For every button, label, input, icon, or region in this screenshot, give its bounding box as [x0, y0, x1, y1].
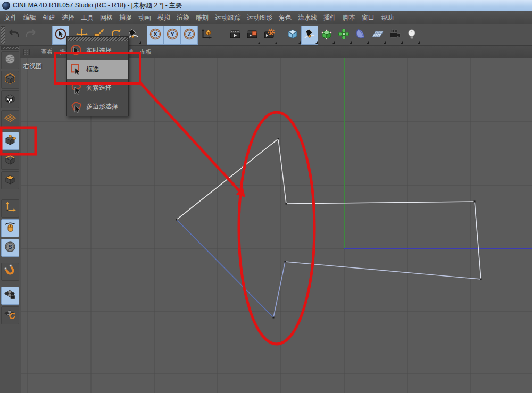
- render-region-button[interactable]: [244, 26, 261, 45]
- redo-icon: [24, 28, 37, 43]
- camera-icon: [388, 28, 401, 43]
- redo-button[interactable]: [22, 26, 38, 45]
- snap-mode-button[interactable]: S: [1, 239, 19, 257]
- spline-point[interactable]: [278, 138, 279, 140]
- dropdown-item-框选[interactable]: 框选: [67, 60, 128, 79]
- deformer-button[interactable]: [352, 26, 369, 45]
- spline-pen-button[interactable]: [301, 26, 318, 45]
- polygon-mode-icon: [4, 173, 16, 188]
- magnet-icon: [4, 264, 16, 279]
- polygon-mode-button[interactable]: [1, 171, 19, 189]
- environment-button[interactable]: [369, 26, 386, 45]
- workplane-lock-icon: [4, 288, 16, 303]
- menubar-item-脚本[interactable]: 脚本: [339, 13, 359, 22]
- dropdown-item-label: 多边形选择: [86, 102, 118, 111]
- mograph-button[interactable]: [335, 26, 352, 45]
- lock-workplane-button[interactable]: [1, 287, 19, 305]
- dropdown-item-多边形选择[interactable]: 多边形选择: [67, 97, 128, 116]
- rotate-workplane-button[interactable]: [1, 306, 19, 324]
- lock-y-axis-button[interactable]: Y: [164, 26, 181, 45]
- point-mode-button[interactable]: [1, 132, 19, 150]
- axis-y-icon: Y: [166, 28, 179, 43]
- svg-text:Z: Z: [187, 31, 191, 37]
- lock-x-axis-button[interactable]: X: [147, 26, 164, 45]
- dropdown-item-实时选择[interactable]: 实时选择: [67, 41, 128, 60]
- environment-icon: [371, 28, 384, 43]
- edge-mode-icon: [4, 153, 16, 168]
- dropdown-tearoff-handle[interactable]: [68, 37, 128, 41]
- menubar-item-运动图形[interactable]: 运动图形: [244, 13, 276, 22]
- selection-tool-dropdown: 实时选择框选套索选择多边形选择: [66, 36, 129, 116]
- menu-bar: 文件编辑创建选择工具网格捕捉动画模拟渲染雕刻运动跟踪运动图形角色流水线插件脚本窗…: [0, 11, 532, 24]
- undo-button[interactable]: [6, 26, 22, 45]
- menubar-item-渲染[interactable]: 渲染: [173, 13, 193, 22]
- texture-mode-button[interactable]: [1, 90, 19, 108]
- menubar-item-插件[interactable]: 插件: [320, 13, 339, 22]
- menubar-item-雕刻[interactable]: 雕刻: [193, 13, 212, 22]
- viewport-menu-面板[interactable]: 面板: [140, 48, 152, 56]
- light-icon: [405, 28, 418, 43]
- point-mode-icon: [4, 133, 16, 148]
- deformer-icon: [354, 28, 367, 43]
- menubar-item-运动跟踪[interactable]: 运动跟踪: [212, 13, 244, 22]
- spline-point[interactable]: [176, 219, 178, 221]
- title-bar[interactable]: CINEMA 4D R18.057 Studio (RC - R18) - [未…: [0, 0, 532, 11]
- dropdown-item-套索选择[interactable]: 套索选择: [67, 79, 128, 97]
- tweak-mode-button[interactable]: [1, 219, 19, 237]
- workplane-mode-button[interactable]: [1, 110, 19, 128]
- magnet-snap-button[interactable]: [1, 263, 19, 281]
- viewport-menu-drag-handle[interactable]: [23, 49, 30, 55]
- render-settings-button[interactable]: [261, 26, 278, 45]
- render-settings-icon: [263, 28, 276, 43]
- camera-button[interactable]: [386, 26, 403, 45]
- make-editable-icon: [4, 53, 16, 68]
- spline-point[interactable]: [273, 317, 275, 319]
- menubar-item-文件[interactable]: 文件: [1, 13, 20, 22]
- menubar-item-选择[interactable]: 选择: [59, 13, 78, 22]
- primitive-cube-button[interactable]: [284, 26, 301, 45]
- menubar-item-网格[interactable]: 网格: [97, 13, 116, 22]
- spline-pen-icon: [303, 28, 316, 43]
- render-region-icon: [246, 28, 259, 43]
- menubar-item-创建[interactable]: 创建: [39, 13, 59, 22]
- viewport-menu-查看[interactable]: 查看: [41, 48, 53, 56]
- light-button[interactable]: [403, 26, 420, 45]
- lasso-selection-icon: [67, 81, 86, 95]
- mograph-icon: [337, 28, 350, 43]
- menubar-item-工具[interactable]: 工具: [78, 13, 97, 22]
- lock-z-axis-button[interactable]: Z: [181, 26, 198, 45]
- axis-mode-button[interactable]: [1, 199, 19, 218]
- axis-mode-icon: [4, 201, 16, 216]
- subdivision-surface-button[interactable]: [318, 26, 335, 45]
- edge-mode-button[interactable]: [1, 152, 19, 170]
- snap-s-icon: S: [4, 240, 16, 255]
- menubar-item-窗口[interactable]: 窗口: [359, 13, 378, 22]
- viewport-view-label: 右视图: [23, 62, 42, 70]
- cinema4d-window: { "titlebar": { "icon": "cinema4d-app-ic…: [0, 0, 532, 393]
- spline-point[interactable]: [480, 279, 482, 280]
- svg-text:X: X: [153, 31, 157, 37]
- spline-point[interactable]: [285, 261, 286, 263]
- spline-point[interactable]: [286, 203, 287, 205]
- mouse-icon: [4, 221, 16, 236]
- model-mode-button[interactable]: [1, 71, 19, 89]
- svg-text:Y: Y: [170, 31, 174, 37]
- axis-z-icon: Z: [183, 28, 196, 43]
- menubar-item-角色[interactable]: 角色: [276, 13, 295, 22]
- toolbar-drag-handle[interactable]: [1, 26, 5, 44]
- polygon-selection-icon: [67, 100, 86, 114]
- dropdown-item-label: 实时选择: [86, 46, 112, 55]
- spline-point[interactable]: [474, 201, 476, 203]
- sidebar-drag-handle[interactable]: [1, 46, 19, 50]
- workplane-rotate-icon: [4, 308, 16, 323]
- menubar-item-流水线[interactable]: 流水线: [295, 13, 320, 22]
- menubar-item-动画[interactable]: 动画: [135, 13, 154, 22]
- menubar-item-帮助[interactable]: 帮助: [378, 13, 397, 22]
- menubar-item-编辑[interactable]: 编辑: [20, 13, 39, 22]
- menubar-item-模拟[interactable]: 模拟: [154, 13, 173, 22]
- convert-editable-button[interactable]: [1, 51, 19, 69]
- render-view-button[interactable]: [227, 26, 244, 45]
- coordinate-system-button[interactable]: [198, 26, 215, 45]
- svg-text:S: S: [8, 244, 12, 250]
- menubar-item-捕捉[interactable]: 捕捉: [116, 13, 135, 22]
